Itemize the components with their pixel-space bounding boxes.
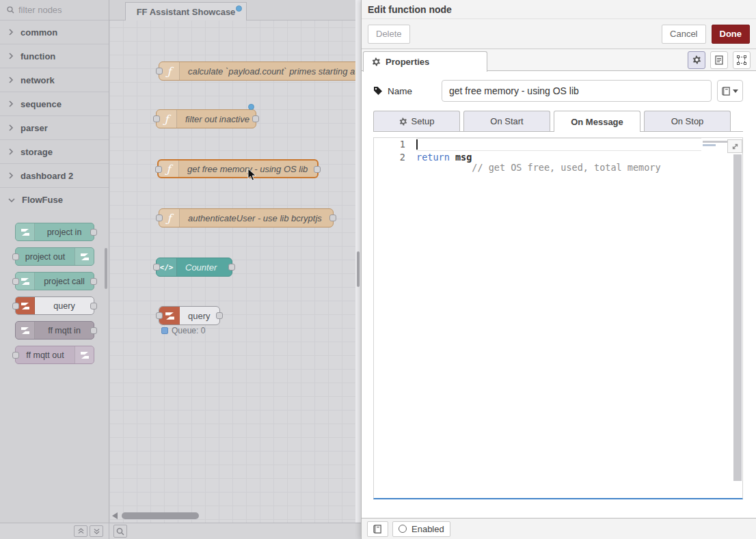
name-row: Name bbox=[373, 79, 743, 102]
output-port[interactable] bbox=[216, 312, 223, 319]
chevron-right-icon bbox=[8, 29, 14, 36]
code-editor[interactable]: 1 2 // get OS free, used, total memory r… bbox=[373, 137, 743, 499]
flow-node-filter-out-inactive[interactable]: ƒ filter out inactive bbox=[156, 109, 256, 128]
tab-label: Setup bbox=[411, 116, 435, 126]
palette-category-storage[interactable]: storage bbox=[0, 140, 109, 164]
input-port[interactable] bbox=[153, 115, 160, 122]
gear-icon bbox=[692, 55, 701, 64]
name-label: Name bbox=[388, 86, 412, 96]
chevron-right-icon bbox=[8, 172, 14, 179]
chevron-down-icon bbox=[8, 197, 15, 203]
editor-code-area[interactable]: // get OS free, used, total memory retur… bbox=[416, 138, 701, 164]
editor-scrollbar[interactable] bbox=[733, 154, 742, 481]
palette-scrollbar[interactable] bbox=[105, 248, 107, 289]
input-port[interactable] bbox=[12, 352, 19, 359]
input-port[interactable] bbox=[12, 253, 19, 260]
tab-on-message[interactable]: On Message bbox=[554, 111, 640, 132]
palette-category-dashboard-2[interactable]: dashboard 2 bbox=[0, 164, 109, 188]
flow-node-counter[interactable]: </> Counter bbox=[156, 258, 232, 277]
expand-all-button[interactable] bbox=[90, 525, 103, 537]
gear-icon bbox=[372, 57, 381, 66]
name-input[interactable] bbox=[442, 80, 712, 102]
chevron-right-icon bbox=[8, 77, 14, 83]
expand-editor-button[interactable] bbox=[727, 139, 742, 153]
flowfuse-icon bbox=[75, 248, 94, 265]
palette-node-project-call[interactable]: project call bbox=[15, 272, 94, 290]
palette-category-flowfuse[interactable]: FlowFuse bbox=[0, 188, 109, 212]
output-port[interactable] bbox=[228, 264, 235, 271]
palette: filter nodes common function network seq… bbox=[0, 0, 109, 523]
category-label: storage bbox=[21, 147, 53, 157]
collapse-all-button[interactable] bbox=[74, 525, 87, 537]
expand-icon bbox=[731, 143, 739, 150]
palette-node-query[interactable]: query bbox=[15, 296, 94, 315]
input-port[interactable] bbox=[156, 215, 163, 221]
appearance-view-button[interactable] bbox=[733, 51, 751, 69]
palette-node-project-in[interactable]: project in bbox=[15, 223, 94, 241]
output-port[interactable] bbox=[252, 115, 259, 122]
palette-node-ff-mqtt-in[interactable]: ff mqtt in bbox=[15, 321, 94, 340]
flow-node-authenticate-user[interactable]: ƒ authenticateUser - use lib bcryptjs bbox=[159, 208, 334, 227]
palette-category-sequence[interactable]: sequence bbox=[0, 92, 109, 116]
palette-node-ff-mqtt-out[interactable]: ff mqtt out bbox=[15, 346, 94, 364]
output-port[interactable] bbox=[90, 303, 97, 309]
scroll-left-arrow[interactable] bbox=[112, 512, 118, 519]
input-port[interactable] bbox=[155, 166, 162, 173]
enabled-toggle-button[interactable]: Enabled bbox=[392, 521, 450, 537]
palette-search[interactable]: filter nodes bbox=[0, 0, 109, 20]
output-port[interactable] bbox=[90, 278, 97, 285]
description-view-button[interactable] bbox=[710, 51, 728, 69]
delete-button[interactable]: Delete bbox=[368, 25, 410, 44]
function-tabs: Setup On Start On Message On Stop bbox=[373, 111, 743, 132]
node-label: authenticateUser - use lib bcryptjs bbox=[180, 209, 330, 227]
chevron-right-icon bbox=[8, 53, 14, 59]
output-port[interactable] bbox=[329, 215, 336, 221]
category-label: network bbox=[21, 75, 55, 85]
tab-properties[interactable]: Properties bbox=[363, 51, 487, 72]
flow-canvas[interactable]: FF Assistant Showcase ƒ calculate `paylo… bbox=[109, 0, 355, 523]
palette-node-label: ff mqtt out bbox=[16, 346, 75, 363]
palette-category-function[interactable]: function bbox=[0, 44, 109, 68]
search-flows-button[interactable] bbox=[113, 525, 127, 538]
output-port[interactable] bbox=[314, 166, 321, 173]
tag-icon bbox=[373, 86, 383, 96]
flow-node-query[interactable]: query bbox=[159, 306, 220, 325]
node-label: calculate `payload.count` primes startin… bbox=[180, 62, 355, 80]
line-number: 1 bbox=[374, 138, 416, 151]
palette-node-label: project out bbox=[16, 248, 75, 265]
output-port[interactable] bbox=[90, 327, 97, 334]
flow-tab[interactable]: FF Assistant Showcase bbox=[125, 2, 247, 20]
palette-category-network[interactable]: network bbox=[0, 68, 109, 92]
workspace-footer bbox=[0, 523, 361, 539]
palette-node-project-out[interactable]: project out bbox=[15, 247, 94, 266]
palette-category-common[interactable]: common bbox=[0, 20, 109, 44]
cancel-button[interactable]: Cancel bbox=[662, 25, 705, 44]
library-button[interactable] bbox=[717, 80, 743, 102]
input-port[interactable] bbox=[12, 303, 19, 309]
flowfuse-icon bbox=[16, 223, 35, 240]
node-label: Counter bbox=[177, 258, 225, 276]
tab-on-stop[interactable]: On Stop bbox=[644, 111, 731, 131]
text-cursor bbox=[416, 139, 418, 150]
category-label: function bbox=[21, 51, 55, 61]
properties-view-button[interactable] bbox=[688, 51, 705, 69]
line-number: 2 bbox=[374, 151, 416, 164]
flow-tab-label: FF Assistant Showcase bbox=[137, 7, 236, 17]
palette-footer bbox=[0, 523, 109, 539]
input-port[interactable] bbox=[156, 312, 163, 319]
horizontal-scrollbar[interactable] bbox=[122, 512, 199, 519]
input-port[interactable] bbox=[12, 278, 19, 285]
tab-on-start[interactable]: On Start bbox=[463, 111, 550, 131]
palette-category-parser[interactable]: parser bbox=[0, 116, 109, 140]
flow-node-calculate-primes[interactable]: ƒ calculate `payload.count` primes start… bbox=[159, 61, 355, 81]
export-library-button[interactable] bbox=[367, 521, 388, 537]
done-button[interactable]: Done bbox=[712, 25, 751, 44]
status-dot bbox=[161, 327, 168, 334]
input-port[interactable] bbox=[153, 264, 160, 271]
input-port[interactable] bbox=[156, 68, 163, 74]
flow-node-get-free-memory[interactable]: ƒ get free memory - using OS lib bbox=[157, 159, 319, 178]
category-label: parser bbox=[21, 123, 48, 133]
tab-setup[interactable]: Setup bbox=[373, 111, 460, 131]
vertical-scrollbar[interactable] bbox=[357, 251, 360, 287]
output-port[interactable] bbox=[90, 229, 97, 236]
